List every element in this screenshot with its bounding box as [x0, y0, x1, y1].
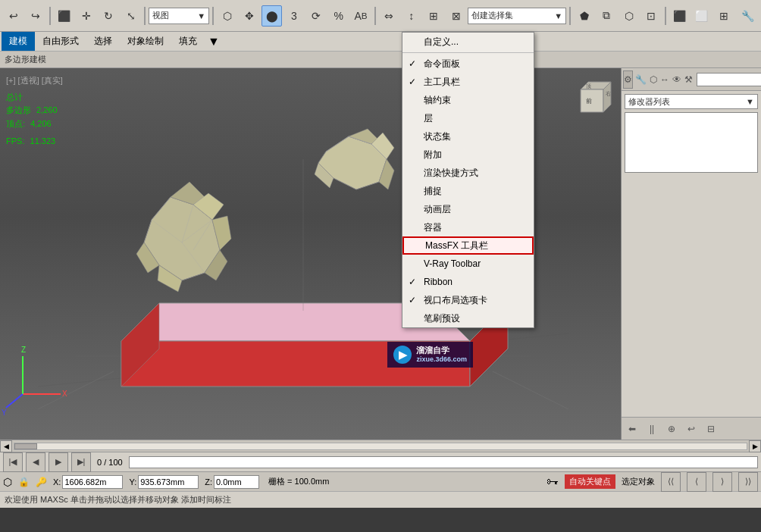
toolbar-icon-a[interactable]: ⬡ — [217, 5, 237, 27]
timeline-slider[interactable] — [129, 456, 758, 468]
menu-item-brush-presets[interactable]: 笔刷预设 — [402, 309, 534, 327]
toolbar-icon-move[interactable]: ✛ — [76, 5, 96, 27]
svg-line-29 — [6, 394, 23, 408]
panel-icon-create[interactable]: ⚙ — [623, 70, 633, 89]
menu-item-fill[interactable]: 填充 — [171, 32, 205, 51]
panel-bottom-icon-5[interactable]: ⊟ — [702, 420, 720, 438]
viewcube[interactable]: 前 右 顶 — [569, 74, 615, 120]
poly-label: 多边形 — [6, 105, 31, 114]
x-input[interactable] — [62, 475, 123, 489]
toolbar-icon-r[interactable]: ⊞ — [713, 5, 734, 27]
panel-icon-display[interactable]: 👁 — [672, 70, 682, 89]
toolbar-icon-rotate[interactable]: ↻ — [98, 5, 118, 27]
z-axis-label: Z — [21, 346, 26, 354]
scrollbar-track[interactable] — [14, 443, 747, 450]
menu-item-viewport-options[interactable]: ✓ 视口布局选项卡 — [402, 291, 534, 309]
viewcube-svg: 前 右 顶 — [569, 74, 615, 120]
panel-icon-hierarchy[interactable]: ⬡ — [649, 70, 658, 89]
y-input[interactable] — [138, 475, 199, 489]
menu-item-anim-layers[interactable]: 动画层 — [402, 200, 534, 218]
toolbar-icon-select[interactable]: ⬛ — [54, 5, 74, 27]
toolbar-icon-p[interactable]: ⬛ — [669, 5, 690, 27]
menu-item-vray[interactable]: V-Ray Toolbar — [402, 255, 534, 273]
panel-bottom-icon-1[interactable]: ⬅ — [623, 420, 641, 438]
toolbar-icon-e[interactable]: ⟳ — [306, 5, 327, 27]
toolbar-icon-q[interactable]: ⬜ — [691, 5, 712, 27]
panel-icon-modify[interactable]: 🔧 — [634, 70, 647, 89]
menu-item-containers[interactable]: 容器 — [402, 218, 534, 236]
toolbar-icon-settings[interactable]: 🔧 — [738, 5, 758, 27]
modifier-list[interactable] — [625, 112, 758, 173]
right-panel-bottom-toolbar: ⬅ || ⊕ ↩ ⊟ — [622, 417, 761, 440]
menu-label-massfx: MassFX 工具栏 — [425, 239, 488, 252]
menu-bar: 建模 自由形式 选择 对象绘制 填充 ▼ — [0, 32, 761, 52]
key-nav-1[interactable]: ⟨⟨ — [661, 472, 681, 492]
menu-item-axis-constraints[interactable]: 轴约束 — [402, 91, 534, 109]
y-axis-label: Y — [2, 408, 7, 417]
timeline-step-back-btn[interactable]: ◀ — [26, 452, 45, 472]
timeline-prev-btn[interactable]: |◀ — [3, 452, 23, 472]
toolbar-icon-l[interactable]: ⬟ — [574, 5, 594, 27]
menu-item-customize[interactable]: 自定义... — [402, 33, 534, 51]
toolbar-icon-o[interactable]: ⊡ — [640, 5, 661, 27]
svg-line-30 — [38, 371, 114, 409]
scrollbar-left-btn[interactable]: ◀ — [0, 440, 12, 452]
menu-item-layer[interactable]: 层 — [402, 109, 534, 127]
menu-label-containers: 容器 — [424, 221, 442, 234]
toolbar-icon-h[interactable]: ⇔ — [379, 5, 399, 27]
menu-item-massfx[interactable]: MassFX 工具栏 — [402, 236, 534, 255]
toolbar-icon-m[interactable]: ⧉ — [597, 5, 617, 27]
menu-label-viewport-opts: 视口布局选项卡 — [424, 294, 487, 307]
poly-row: 多边形 2,260 — [6, 104, 91, 117]
z-label: Z: — [205, 477, 212, 487]
menu-item-command-panel[interactable]: ✓ 命令面板 — [402, 55, 534, 73]
menu-item-modeling[interactable]: 建模 — [2, 32, 35, 51]
svg-line-31 — [493, 371, 568, 409]
panel-bottom-icon-3[interactable]: ⊕ — [662, 420, 681, 438]
modifier-dropdown[interactable]: 修改器列表 ▼ — [625, 94, 758, 109]
panel-bottom-icon-2[interactable]: || — [643, 420, 661, 438]
toolbar-icon-redo[interactable]: ↪ — [25, 5, 45, 27]
menu-label-snaps: 捕捉 — [424, 185, 442, 198]
scrollbar-right-btn[interactable]: ▶ — [749, 440, 761, 452]
toolbar-icon-g[interactable]: AB — [350, 5, 371, 27]
menu-item-attach[interactable]: 附加 — [402, 146, 534, 164]
z-input[interactable] — [214, 475, 259, 489]
menu-item-freeform[interactable]: 自由形式 — [35, 32, 86, 51]
menu-item-ribbon[interactable]: ✓ Ribbon — [402, 273, 534, 291]
menu-item-state-sets[interactable]: 状态集 — [402, 127, 534, 146]
menu-item-object-paint[interactable]: 对象绘制 — [120, 32, 171, 51]
key-nav-3[interactable]: ⟩ — [712, 472, 732, 492]
panel-bottom-icon-4[interactable]: ↩ — [682, 420, 700, 438]
toolbar-icon-f[interactable]: % — [328, 5, 349, 27]
menu-expand-btn[interactable]: ▼ — [208, 35, 220, 49]
toolbar-icon-d[interactable]: 3 — [283, 5, 304, 27]
toolbar-icon-k[interactable]: ⊠ — [446, 5, 466, 27]
check-ribbon: ✓ — [409, 277, 416, 287]
check-viewport-opts: ✓ — [409, 295, 416, 305]
menu-item-snaps[interactable]: 捕捉 — [402, 182, 534, 200]
right-panel-search[interactable] — [697, 73, 761, 86]
panel-icon-motion[interactable]: ↔ — [659, 70, 670, 89]
check-command-panel: ✓ — [409, 58, 416, 69]
toolbar-icon-c[interactable]: ⬤ — [261, 5, 282, 27]
auto-key-btn[interactable]: 自动关键点 — [565, 474, 615, 489]
toolbar-icon-j[interactable]: ⊞ — [423, 5, 443, 27]
viewport-info: [+] [透视] [真实] 总计 多边形 2,260 顶点: 4,206 FPS… — [3, 71, 94, 152]
scrollbar-thumb[interactable] — [14, 443, 37, 449]
toolbar-icon-n[interactable]: ⬡ — [619, 5, 639, 27]
create-selection-set-dropdown[interactable]: 创建选择集 ▼ — [468, 8, 566, 24]
toolbar-icon-scale[interactable]: ⤡ — [121, 5, 141, 27]
panel-icon-utilities[interactable]: ⚒ — [684, 70, 694, 89]
menu-item-render-shortcut[interactable]: 渲染快捷方式 — [402, 164, 534, 182]
timeline-play-btn[interactable]: ▶ — [49, 452, 68, 472]
menu-item-select[interactable]: 选择 — [86, 32, 120, 51]
key-nav-2[interactable]: ⟨ — [687, 472, 706, 492]
toolbar-icon-undo[interactable]: ↩ — [3, 5, 23, 27]
toolbar-icon-i[interactable]: ↕ — [401, 5, 421, 27]
timeline-step-fwd-btn[interactable]: ▶| — [71, 452, 91, 472]
view-dropdown[interactable]: 视图 ▼ — [149, 8, 209, 24]
toolbar-icon-b[interactable]: ✥ — [239, 5, 259, 27]
menu-item-main-toolbar[interactable]: ✓ 主工具栏 — [402, 73, 534, 91]
key-nav-4[interactable]: ⟩⟩ — [738, 472, 758, 492]
